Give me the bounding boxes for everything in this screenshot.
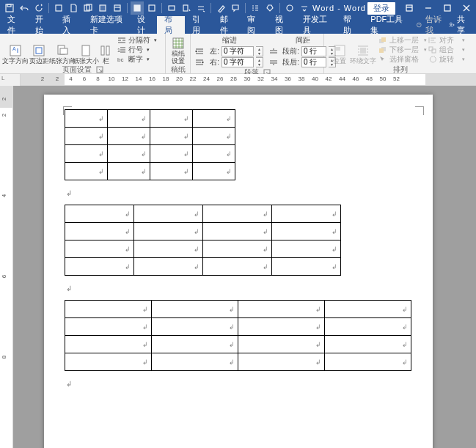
qa-dropdown-icon[interactable] xyxy=(194,1,208,15)
table-cell[interactable] xyxy=(65,205,134,223)
table-cell[interactable] xyxy=(193,128,235,145)
tab-help[interactable]: 帮助 xyxy=(336,16,364,34)
table-cell[interactable] xyxy=(238,353,325,371)
dialog-launcher-icon[interactable] xyxy=(96,66,103,73)
table-cell[interactable] xyxy=(108,163,150,180)
table-cell[interactable] xyxy=(108,145,150,163)
qa-icon[interactable] xyxy=(145,1,158,15)
table-cell[interactable] xyxy=(272,240,341,258)
share-button[interactable]: 共享 xyxy=(449,14,469,36)
qa-icon[interactable] xyxy=(229,1,242,15)
table-cell[interactable] xyxy=(134,258,203,276)
table-cell[interactable] xyxy=(203,258,272,276)
tab-home[interactable]: 开始 xyxy=(28,16,56,34)
table-cell[interactable] xyxy=(65,223,134,240)
table-cell[interactable] xyxy=(150,128,193,145)
page-content[interactable]: ↲ ↲ ↲ xyxy=(65,109,421,395)
qa-dropdown-icon[interactable] xyxy=(180,1,193,15)
table-cell[interactable] xyxy=(134,240,203,258)
tell-me[interactable]: 告诉我 xyxy=(416,14,442,36)
size-button[interactable]: 纸张大小 xyxy=(75,35,97,65)
text-direction-button[interactable]: A文字方向 xyxy=(4,35,26,65)
table-cell[interactable] xyxy=(272,258,341,276)
table-cell[interactable] xyxy=(193,145,235,163)
tab-insert[interactable]: 插入 xyxy=(55,16,83,34)
qa-icon[interactable] xyxy=(263,1,277,15)
table-cell[interactable] xyxy=(325,318,411,336)
table-cell[interactable] xyxy=(65,336,152,353)
table-cell[interactable] xyxy=(272,223,341,240)
table-cell[interactable] xyxy=(108,110,150,128)
qa-icon[interactable] xyxy=(283,1,296,15)
ruler-vertical[interactable]: 22468 xyxy=(0,86,13,448)
undo-icon[interactable] xyxy=(18,1,31,15)
table-cell[interactable] xyxy=(65,163,108,180)
qa-icon[interactable] xyxy=(214,1,227,15)
tab-layout[interactable]: 布局 xyxy=(157,16,185,34)
tab-references[interactable]: 引用 xyxy=(185,16,213,34)
grid-settings-button[interactable]: 稿纸 设置 xyxy=(170,35,186,65)
qa-dropdown-icon[interactable] xyxy=(249,1,262,15)
tab-mailings[interactable]: 邮件 xyxy=(213,16,241,34)
login-button[interactable]: 登录 xyxy=(367,2,395,15)
tab-developer[interactable]: 开发工具 xyxy=(296,16,336,34)
qa-icon[interactable] xyxy=(131,1,144,15)
table-cell[interactable] xyxy=(325,336,411,353)
table-cell[interactable] xyxy=(65,128,108,145)
table-cell[interactable] xyxy=(134,205,203,223)
tab-new-card[interactable]: 新建选项卡 xyxy=(83,16,130,34)
table-cell[interactable] xyxy=(150,110,193,128)
table-1[interactable] xyxy=(65,109,235,180)
spinner-icon[interactable]: ▴▾ xyxy=(256,46,263,56)
table-3[interactable] xyxy=(65,300,411,371)
space-after-input[interactable] xyxy=(301,57,326,67)
orientation-button[interactable]: 纸张方向 xyxy=(51,35,73,65)
table-cell[interactable] xyxy=(152,353,238,371)
table-cell[interactable] xyxy=(325,301,411,318)
table-cell[interactable] xyxy=(193,110,235,128)
selection-pane-button[interactable]: 选择窗格 xyxy=(378,55,427,64)
table-cell[interactable] xyxy=(193,163,235,180)
table-cell[interactable] xyxy=(65,301,152,318)
indent-right-input[interactable] xyxy=(221,57,254,67)
table-cell[interactable] xyxy=(65,353,152,371)
table-cell[interactable] xyxy=(150,145,193,163)
redo-icon[interactable] xyxy=(32,1,45,15)
tab-view[interactable]: 视图 xyxy=(268,16,296,34)
qa-icon[interactable] xyxy=(67,1,80,15)
table-cell[interactable] xyxy=(325,353,411,371)
table-cell[interactable] xyxy=(152,336,238,353)
table-cell[interactable] xyxy=(65,145,108,163)
qa-icon[interactable] xyxy=(52,1,65,15)
table-cell[interactable] xyxy=(203,240,272,258)
qa-more-icon[interactable] xyxy=(298,1,311,15)
document-canvas[interactable]: ↲ ↲ ↲ xyxy=(13,86,476,448)
ruler-horizontal[interactable]: L 22468101214161820222426283032343638404… xyxy=(0,74,476,86)
qa-icon[interactable] xyxy=(111,1,124,15)
table-cell[interactable] xyxy=(108,128,150,145)
columns-button[interactable]: 栏 xyxy=(98,35,113,65)
ruler-h-track[interactable]: 2246810121416182022242628303234363840424… xyxy=(21,74,476,85)
table-cell[interactable] xyxy=(65,318,152,336)
save-icon[interactable] xyxy=(3,1,16,15)
table-cell[interactable] xyxy=(238,301,325,318)
table-2[interactable] xyxy=(65,205,341,276)
qa-icon[interactable] xyxy=(96,1,109,15)
tab-design[interactable]: 设计 xyxy=(130,16,158,34)
table-cell[interactable] xyxy=(134,223,203,240)
table-cell[interactable] xyxy=(238,336,325,353)
table-cell[interactable] xyxy=(203,223,272,240)
spinner-icon[interactable]: ▴▾ xyxy=(256,57,263,67)
table-cell[interactable] xyxy=(152,301,238,318)
hyphenation-button[interactable]: bc断字▾ xyxy=(117,55,157,64)
table-cell[interactable] xyxy=(150,163,193,180)
tab-review[interactable]: 审阅 xyxy=(240,16,268,34)
space-before-input[interactable] xyxy=(301,46,326,56)
indent-left-input[interactable] xyxy=(221,46,254,56)
line-numbers-button[interactable]: 1行号▾ xyxy=(117,45,157,54)
tab-file[interactable]: 文件 xyxy=(0,16,28,34)
margins-button[interactable]: 页边距 xyxy=(28,35,50,65)
table-cell[interactable] xyxy=(65,110,108,128)
table-cell[interactable] xyxy=(203,205,272,223)
qa-icon[interactable] xyxy=(165,1,178,15)
